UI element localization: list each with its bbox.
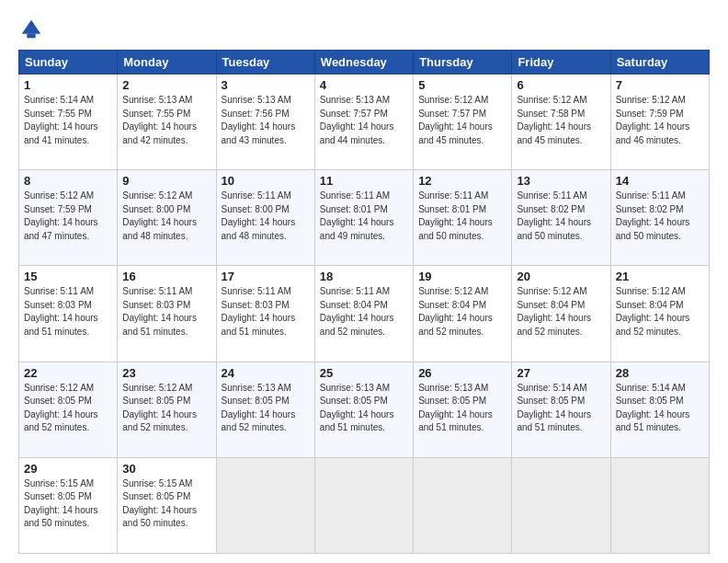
day-info: Sunrise: 5:12 AMSunset: 8:00 PMDaylight:…	[122, 190, 197, 241]
day-number: 13	[517, 174, 605, 188]
day-number: 7	[616, 78, 704, 92]
day-info: Sunrise: 5:12 AMSunset: 8:04 PMDaylight:…	[418, 286, 493, 337]
day-info: Sunrise: 5:12 AMSunset: 7:59 PMDaylight:…	[24, 190, 98, 241]
header-day: Tuesday	[216, 51, 314, 75]
day-number: 14	[616, 174, 704, 188]
calendar-cell: 7 Sunrise: 5:12 AMSunset: 7:59 PMDayligh…	[610, 75, 709, 170]
day-info: Sunrise: 5:11 AMSunset: 8:02 PMDaylight:…	[616, 190, 690, 241]
day-number: 22	[24, 366, 112, 380]
calendar-cell: 28 Sunrise: 5:14 AMSunset: 8:05 PMDaylig…	[610, 362, 709, 457]
header-day: Friday	[512, 51, 610, 75]
day-number: 12	[418, 174, 506, 188]
page: SundayMondayTuesdayWednesdayThursdayFrid…	[0, 0, 728, 563]
calendar-cell: 18 Sunrise: 5:11 AMSunset: 8:04 PMDaylig…	[314, 266, 413, 362]
day-number: 2	[122, 78, 210, 92]
day-number: 16	[122, 270, 210, 283]
day-info: Sunrise: 5:14 AMSunset: 8:05 PMDaylight:…	[616, 383, 690, 433]
day-number: 26	[418, 366, 506, 380]
calendar-cell: 24 Sunrise: 5:13 AMSunset: 8:05 PMDaylig…	[216, 362, 314, 457]
day-number: 21	[616, 270, 704, 283]
calendar-cell: 20 Sunrise: 5:12 AMSunset: 8:04 PMDaylig…	[512, 266, 610, 362]
day-info: Sunrise: 5:12 AMSunset: 7:58 PMDaylight:…	[517, 95, 591, 145]
calendar-table: SundayMondayTuesdayWednesdayThursdayFrid…	[18, 50, 710, 554]
calendar-cell: 17 Sunrise: 5:11 AMSunset: 8:03 PMDaylig…	[216, 266, 314, 362]
calendar-cell: 3 Sunrise: 5:13 AMSunset: 7:56 PMDayligh…	[216, 75, 314, 170]
calendar-cell: 10 Sunrise: 5:11 AMSunset: 8:00 PMDaylig…	[216, 170, 314, 266]
svg-marker-0	[22, 20, 41, 34]
calendar-cell: 15 Sunrise: 5:11 AMSunset: 8:03 PMDaylig…	[19, 266, 118, 362]
day-info: Sunrise: 5:11 AMSunset: 8:00 PMDaylight:…	[222, 190, 296, 241]
calendar-cell: 12 Sunrise: 5:11 AMSunset: 8:01 PMDaylig…	[414, 170, 512, 266]
calendar-cell: 26 Sunrise: 5:13 AMSunset: 8:05 PMDaylig…	[414, 362, 512, 457]
day-number: 11	[320, 174, 408, 188]
calendar-cell	[414, 457, 512, 553]
day-number: 3	[222, 78, 310, 92]
calendar-week-row: 8 Sunrise: 5:12 AMSunset: 7:59 PMDayligh…	[19, 170, 710, 266]
calendar-week-row: 1 Sunrise: 5:14 AMSunset: 7:55 PMDayligh…	[19, 75, 710, 170]
day-number: 18	[320, 270, 408, 283]
header-row: SundayMondayTuesdayWednesdayThursdayFrid…	[19, 51, 710, 75]
calendar-cell: 1 Sunrise: 5:14 AMSunset: 7:55 PMDayligh…	[19, 75, 118, 170]
calendar-cell: 30 Sunrise: 5:15 AMSunset: 8:05 PMDaylig…	[118, 457, 216, 553]
calendar-cell	[610, 457, 709, 553]
day-number: 30	[122, 462, 210, 476]
calendar-cell: 19 Sunrise: 5:12 AMSunset: 8:04 PMDaylig…	[414, 266, 512, 362]
logo-icon	[18, 17, 44, 42]
day-number: 17	[222, 270, 310, 283]
day-info: Sunrise: 5:15 AMSunset: 8:05 PMDaylight:…	[24, 478, 98, 529]
day-info: Sunrise: 5:12 AMSunset: 8:05 PMDaylight:…	[24, 383, 98, 433]
calendar-cell	[512, 457, 610, 553]
header-day: Saturday	[610, 51, 709, 75]
day-info: Sunrise: 5:13 AMSunset: 7:55 PMDaylight:…	[122, 95, 197, 145]
day-number: 28	[616, 366, 704, 380]
calendar-cell: 25 Sunrise: 5:13 AMSunset: 8:05 PMDaylig…	[314, 362, 413, 457]
day-info: Sunrise: 5:12 AMSunset: 7:57 PMDaylight:…	[418, 95, 493, 145]
day-number: 15	[24, 270, 112, 283]
day-number: 27	[517, 366, 605, 380]
day-info: Sunrise: 5:11 AMSunset: 8:02 PMDaylight:…	[517, 190, 591, 241]
day-info: Sunrise: 5:13 AMSunset: 7:57 PMDaylight:…	[320, 95, 394, 145]
day-info: Sunrise: 5:11 AMSunset: 8:01 PMDaylight:…	[320, 190, 394, 241]
day-number: 4	[320, 78, 408, 92]
day-number: 9	[122, 174, 210, 188]
calendar-week-row: 15 Sunrise: 5:11 AMSunset: 8:03 PMDaylig…	[19, 266, 710, 362]
calendar-cell: 5 Sunrise: 5:12 AMSunset: 7:57 PMDayligh…	[414, 75, 512, 170]
day-number: 29	[24, 462, 112, 476]
day-info: Sunrise: 5:13 AMSunset: 8:05 PMDaylight:…	[320, 383, 394, 433]
day-number: 23	[122, 366, 210, 380]
day-info: Sunrise: 5:11 AMSunset: 8:03 PMDaylight:…	[122, 286, 197, 337]
day-info: Sunrise: 5:13 AMSunset: 8:05 PMDaylight:…	[222, 383, 296, 433]
calendar-cell: 21 Sunrise: 5:12 AMSunset: 8:04 PMDaylig…	[610, 266, 709, 362]
day-info: Sunrise: 5:12 AMSunset: 8:05 PMDaylight:…	[122, 383, 197, 433]
calendar-cell: 6 Sunrise: 5:12 AMSunset: 7:58 PMDayligh…	[512, 75, 610, 170]
header	[18, 17, 710, 42]
header-day: Sunday	[19, 51, 118, 75]
calendar-cell: 29 Sunrise: 5:15 AMSunset: 8:05 PMDaylig…	[19, 457, 118, 553]
calendar-cell: 11 Sunrise: 5:11 AMSunset: 8:01 PMDaylig…	[314, 170, 413, 266]
calendar-cell: 9 Sunrise: 5:12 AMSunset: 8:00 PMDayligh…	[118, 170, 216, 266]
logo	[18, 17, 48, 42]
day-info: Sunrise: 5:12 AMSunset: 8:04 PMDaylight:…	[517, 286, 591, 337]
day-info: Sunrise: 5:12 AMSunset: 7:59 PMDaylight:…	[616, 95, 690, 145]
day-number: 20	[517, 270, 605, 283]
day-info: Sunrise: 5:13 AMSunset: 7:56 PMDaylight:…	[222, 95, 296, 145]
calendar-cell: 2 Sunrise: 5:13 AMSunset: 7:55 PMDayligh…	[118, 75, 216, 170]
day-number: 10	[222, 174, 310, 188]
calendar-cell: 22 Sunrise: 5:12 AMSunset: 8:05 PMDaylig…	[19, 362, 118, 457]
svg-rect-1	[27, 34, 35, 39]
calendar-cell: 13 Sunrise: 5:11 AMSunset: 8:02 PMDaylig…	[512, 170, 610, 266]
day-info: Sunrise: 5:11 AMSunset: 8:04 PMDaylight:…	[320, 286, 394, 337]
day-number: 19	[418, 270, 506, 283]
day-number: 6	[517, 78, 605, 92]
day-number: 8	[24, 174, 112, 188]
day-info: Sunrise: 5:12 AMSunset: 8:04 PMDaylight:…	[616, 286, 690, 337]
calendar-cell: 14 Sunrise: 5:11 AMSunset: 8:02 PMDaylig…	[610, 170, 709, 266]
day-number: 25	[320, 366, 408, 380]
day-number: 24	[222, 366, 310, 380]
day-info: Sunrise: 5:15 AMSunset: 8:05 PMDaylight:…	[122, 478, 197, 529]
calendar-week-row: 22 Sunrise: 5:12 AMSunset: 8:05 PMDaylig…	[19, 362, 710, 457]
calendar-cell: 27 Sunrise: 5:14 AMSunset: 8:05 PMDaylig…	[512, 362, 610, 457]
day-info: Sunrise: 5:11 AMSunset: 8:01 PMDaylight:…	[418, 190, 493, 241]
calendar-week-row: 29 Sunrise: 5:15 AMSunset: 8:05 PMDaylig…	[19, 457, 710, 553]
calendar-cell: 16 Sunrise: 5:11 AMSunset: 8:03 PMDaylig…	[118, 266, 216, 362]
